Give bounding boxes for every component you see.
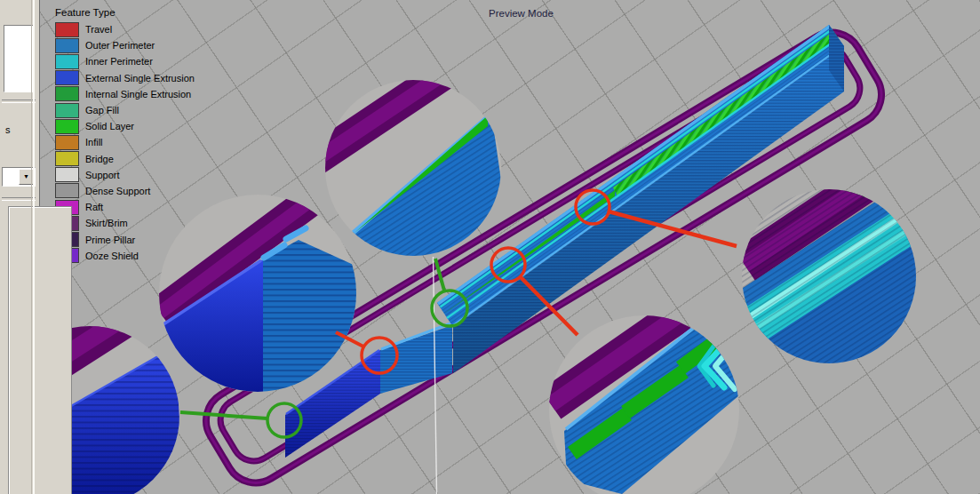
listbox[interactable] xyxy=(4,25,35,92)
feature-type-legend: Feature Type Travel Outer Perimeter Inne… xyxy=(55,7,195,264)
legend-item: Outer Perimeter xyxy=(55,37,195,53)
legend-item: Raft xyxy=(55,199,195,215)
legend-item-label: Dense Support xyxy=(85,186,150,196)
legend-swatch xyxy=(55,103,79,118)
app-window: 2: 3.90 xyxy=(0,0,980,494)
legend-item: Bridge xyxy=(55,151,195,167)
legend-item-label: Prime Pillar xyxy=(85,235,135,245)
settings-panel: s ▼ xyxy=(0,0,40,494)
legend-item-label: Gap Fill xyxy=(85,105,119,116)
legend-item-label: Travel xyxy=(85,24,112,35)
legend-item-label: Bridge xyxy=(85,154,114,164)
magnifier-circle-4 xyxy=(549,292,755,494)
legend-swatch xyxy=(55,183,79,198)
legend-item: Infill xyxy=(55,134,195,150)
panel-edge-shadow xyxy=(31,0,32,494)
legend-list: Travel Outer Perimeter Inner Perimeter E… xyxy=(55,21,195,264)
legend-swatch xyxy=(55,22,79,37)
legend-item-label: External Single Extrusion xyxy=(85,73,195,84)
legend-item: External Single Extrusion xyxy=(55,70,195,86)
panel-label-fragment: s xyxy=(5,124,11,135)
legend-item: Dense Support xyxy=(55,183,195,199)
legend-swatch xyxy=(55,151,79,166)
legend-item-label: Solid Layer xyxy=(85,121,134,131)
legend-item: Solid Layer xyxy=(55,118,195,134)
legend-item: Prime Pillar xyxy=(55,231,195,247)
panel-edge-highlight xyxy=(33,0,35,494)
magnifier-circle-5 xyxy=(735,165,937,402)
legend-swatch xyxy=(55,167,79,182)
groupbox xyxy=(8,206,72,494)
legend-item-label: Inner Perimeter xyxy=(85,56,153,67)
legend-swatch xyxy=(55,119,79,134)
legend-item: Travel xyxy=(55,21,195,37)
legend-item: Support xyxy=(55,167,195,183)
legend-title: Feature Type xyxy=(55,7,195,18)
legend-item-label: Ooze Shield xyxy=(85,251,139,261)
legend-swatch xyxy=(55,86,79,101)
legend-item: Skirt/Brim xyxy=(55,215,195,231)
legend-item: Ooze Shield xyxy=(55,248,195,264)
legend-item-label: Raft xyxy=(85,202,103,212)
legend-item-label: Outer Perimeter xyxy=(85,40,155,51)
legend-item-label: Infill xyxy=(85,137,103,147)
legend-item: Inner Perimeter xyxy=(55,53,195,69)
legend-swatch xyxy=(55,135,79,150)
preview-mode-label: Preview Mode xyxy=(489,8,554,19)
legend-swatch xyxy=(55,54,79,69)
legend-swatch xyxy=(55,38,79,53)
legend-item-label: Skirt/Brim xyxy=(85,218,128,228)
legend-item: Gap Fill xyxy=(55,102,195,118)
legend-swatch xyxy=(55,70,79,85)
legend-item-label: Support xyxy=(85,170,120,180)
legend-item: Internal Single Extrusion xyxy=(55,86,195,102)
legend-item-label: Internal Single Extrusion xyxy=(85,89,191,100)
